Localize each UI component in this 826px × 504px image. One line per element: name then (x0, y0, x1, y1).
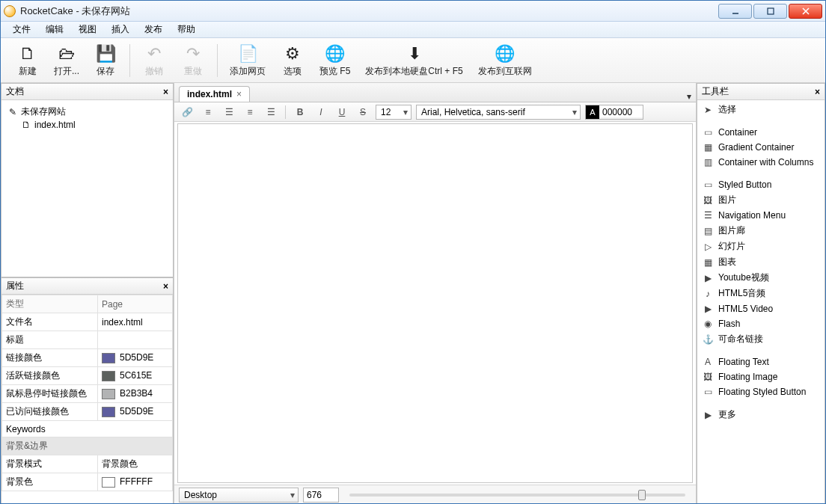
underline-button[interactable]: U (334, 105, 350, 120)
font-size-select[interactable]: 12 (376, 105, 412, 120)
font-color-input[interactable]: A (585, 105, 643, 120)
menu-publish[interactable]: 发布 (137, 22, 170, 37)
gradient-icon: ▦ (702, 141, 714, 153)
toolbox-flash[interactable]: ◉Flash (700, 316, 822, 331)
prop-key[interactable]: Keywords (2, 421, 173, 437)
color-swatch (102, 477, 115, 488)
window-titlebar: RocketCake - 未保存网站 (1, 1, 825, 22)
tabs-dropdown-icon[interactable]: ▾ (687, 91, 691, 102)
flash-icon: ◉ (702, 318, 714, 330)
toolbox-floating-text[interactable]: AFloating Text (700, 354, 822, 369)
panel-close-icon[interactable]: × (163, 281, 168, 292)
toolbox-floating-image[interactable]: 🖼Floating Image (700, 369, 822, 384)
panel-close-icon[interactable]: × (163, 87, 168, 97)
toolbox-gallery[interactable]: ▤图片廊 (700, 223, 822, 239)
minimize-button[interactable] (718, 4, 752, 19)
tab-close-icon[interactable]: × (236, 89, 242, 99)
prop-value-visitedlink[interactable]: 5D5D9E (98, 403, 173, 421)
tool-new[interactable]: 🗋新建 (8, 43, 47, 78)
tree-root[interactable]: ✎未保存网站 (7, 105, 167, 119)
width-slider[interactable] (349, 494, 685, 497)
toolbox-navmenu[interactable]: ☰Navigation Menu (700, 208, 822, 223)
gallery-icon: ▤ (702, 225, 714, 237)
toolbox-container[interactable]: ▭Container (700, 125, 822, 140)
prop-value-activelink[interactable]: 5C615E (98, 367, 173, 385)
properties-table: 类型Page 文件名index.html 标题 链接颜色5D5D9E 活跃链接颜… (1, 295, 173, 491)
font-family-select[interactable]: Arial, Helvetica, sans-serif (416, 105, 581, 120)
prop-value-linkcolor[interactable]: 5D5D9E (98, 349, 173, 367)
toolbox-panel: 工具栏× ➤选择 ▭Container ▦Gradient Container … (697, 83, 825, 504)
documents-tree: ✎未保存网站 🗋index.html (1, 100, 173, 135)
font-color-hex[interactable] (599, 107, 643, 117)
toolbox-columns-container[interactable]: ▥Container with Columns (700, 155, 822, 170)
gear-icon: ⚙ (285, 43, 300, 65)
tab-indexhtml[interactable]: index.html× (179, 86, 250, 102)
bold-button[interactable]: B (292, 105, 308, 120)
toolbox-named-link[interactable]: ⚓可命名链接 (700, 331, 822, 347)
toolbox-styled-button[interactable]: ▭Styled Button (700, 177, 822, 192)
canvas-width-input[interactable]: 676 (303, 488, 339, 503)
app-icon (4, 5, 16, 17)
toolbox-slideshow[interactable]: ▷幻灯片 (700, 239, 822, 254)
tool-publish-web[interactable]: 🌐发布到互联网 (471, 43, 539, 78)
tool-publish-local[interactable]: ⬇发布到本地硬盘Ctrl + F5 (358, 43, 470, 78)
tool-redo[interactable]: ↷重做 (174, 43, 212, 78)
folder-open-icon: 🗁 (58, 43, 75, 65)
menu-help[interactable]: 帮助 (170, 22, 203, 37)
toolbox-floating-button[interactable]: ▭Floating Styled Button (700, 384, 822, 399)
panel-close-icon[interactable]: × (815, 87, 820, 97)
toolbox-more[interactable]: ▶更多 (700, 407, 822, 422)
tool-add-page[interactable]: 📄添加网页 (222, 43, 273, 78)
editor-canvas[interactable] (177, 123, 693, 483)
save-icon: 💾 (96, 43, 116, 65)
tool-save[interactable]: 💾保存 (86, 43, 125, 78)
color-swatch (102, 371, 115, 381)
chevron-right-icon: ▶ (702, 409, 714, 421)
align-left-icon[interactable]: ≡ (200, 105, 216, 120)
toolbox-html5-audio[interactable]: ♪HTML5音频 (700, 286, 822, 301)
prop-value-hoverlink[interactable]: B2B3B4 (98, 385, 173, 403)
align-right-icon[interactable]: ≡ (242, 105, 258, 120)
link-icon[interactable]: 🔗 (179, 105, 195, 120)
prop-key: 已访问链接颜色 (2, 403, 98, 421)
align-justify-icon[interactable]: ☰ (263, 105, 279, 120)
tool-options[interactable]: ⚙选项 (273, 43, 312, 78)
tool-preview[interactable]: 🌐预览 F5 (312, 43, 358, 78)
device-select[interactable]: Desktop (179, 488, 299, 503)
button-icon: ▭ (702, 386, 714, 398)
prop-value-bgmode[interactable]: 背景颜色 (98, 455, 173, 473)
tool-undo[interactable]: ↶撤销 (135, 43, 174, 78)
download-icon: ⬇ (408, 43, 421, 65)
menu-file[interactable]: 文件 (5, 22, 38, 37)
toolbox-youtube[interactable]: ▶Youtube视频 (700, 270, 822, 286)
format-toolbar: 🔗 ≡ ☰ ≡ ☰ B I U S 12 Arial, Helvetica, s… (174, 102, 696, 122)
strike-button[interactable]: S (355, 105, 371, 120)
italic-button[interactable]: I (313, 105, 329, 120)
prop-value-title[interactable] (98, 331, 173, 349)
toolbox-image[interactable]: 🖼图片 (700, 192, 822, 208)
toolbox-table[interactable]: ▦图表 (700, 254, 822, 270)
slider-thumb[interactable] (638, 490, 646, 500)
add-page-icon: 📄 (238, 43, 258, 65)
align-center-icon[interactable]: ☰ (221, 105, 237, 120)
toolbox-gradient-container[interactable]: ▦Gradient Container (700, 140, 822, 155)
tree-file[interactable]: 🗋index.html (21, 119, 167, 131)
redo-icon: ↷ (186, 43, 200, 65)
prop-key: 背景色 (2, 473, 98, 491)
toolbox-html5-video[interactable]: ▶HTML5 Video (700, 301, 822, 316)
close-button[interactable] (789, 4, 822, 19)
menu-view[interactable]: 视图 (71, 22, 104, 37)
toolbox-select[interactable]: ➤选择 (700, 102, 822, 117)
video-icon: ▶ (702, 303, 714, 315)
youtube-icon: ▶ (702, 272, 714, 284)
prop-value-bgcolor[interactable]: FFFFFF (98, 473, 173, 491)
prop-key: 链接颜色 (2, 349, 98, 367)
maximize-button[interactable] (753, 4, 787, 19)
toolbar-separator (217, 44, 218, 77)
prop-value-filename[interactable]: index.html (98, 313, 173, 331)
properties-panel: 属性× 类型Page 文件名index.html 标题 链接颜色5D5D9E 活… (1, 277, 174, 504)
menu-insert[interactable]: 插入 (104, 22, 137, 37)
tool-open[interactable]: 🗁打开... (47, 43, 86, 78)
main-toolbar: 🗋新建 🗁打开... 💾保存 ↶撤销 ↷重做 📄添加网页 ⚙选项 🌐预览 F5 … (1, 38, 825, 83)
menu-edit[interactable]: 编辑 (38, 22, 71, 37)
